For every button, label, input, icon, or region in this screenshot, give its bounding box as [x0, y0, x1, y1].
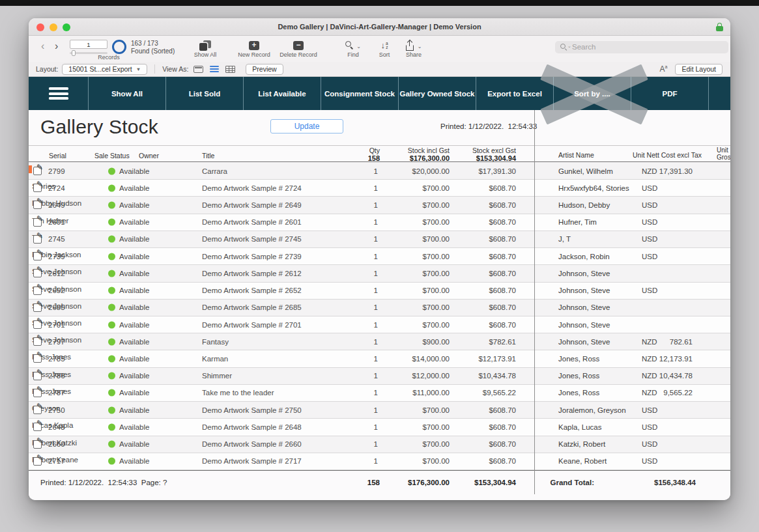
- cell-sale-status[interactable]: Available: [119, 287, 149, 294]
- cell-serial[interactable]: 2717: [48, 457, 65, 465]
- cell-serial[interactable]: 2787: [48, 389, 65, 397]
- cell-serial[interactable]: 2601: [48, 218, 65, 226]
- edit-record-icon[interactable]: [33, 167, 42, 175]
- cell-stock-excl[interactable]: $10,434.78: [446, 372, 516, 380]
- table-view-icon[interactable]: [225, 66, 235, 73]
- cell-serial[interactable]: 2685: [48, 303, 65, 311]
- cell-stock-excl[interactable]: $608.70: [446, 218, 516, 226]
- cell-serial[interactable]: 2739: [48, 253, 65, 260]
- cell-serial[interactable]: 2701: [48, 321, 65, 329]
- table-row[interactable]: 2745 Available T J Demo Artwork Sample #…: [29, 231, 730, 248]
- table-row[interactable]: 2739 Available Robin Jackson Demo Artwor…: [29, 248, 730, 265]
- table-row[interactable]: 2717 Available Robert Keane Demo Artwork…: [29, 453, 730, 470]
- cell-sale-status[interactable]: Available: [119, 406, 149, 414]
- cell-sale-status[interactable]: Available: [119, 440, 149, 448]
- table-row[interactable]: 2612 Available Steve Johnson Demo Artwor…: [29, 265, 730, 282]
- cell-serial[interactable]: 2724: [48, 184, 65, 192]
- cell-unit-nett[interactable]: 9,565.22: [653, 389, 693, 397]
- cell-stock-excl[interactable]: $608.70: [446, 423, 516, 431]
- table-row[interactable]: 2787 Available Ross Jones Take me to the…: [29, 385, 730, 402]
- cell-artist[interactable]: Jackson, Robin: [558, 253, 610, 260]
- cell-stock-excl[interactable]: $608.70: [446, 457, 516, 465]
- record-slider-thumb[interactable]: [72, 50, 76, 56]
- column-header-stock-incl[interactable]: Stock incl Gst$176,300.00: [374, 147, 450, 162]
- share-button[interactable]: ⌄ Share: [394, 39, 433, 58]
- cell-currency[interactable]: USD: [642, 423, 657, 431]
- table-row[interactable]: 2786 Available Ross Jones Shimmer 1 $12,…: [29, 368, 730, 385]
- cell-sale-status[interactable]: Available: [119, 218, 149, 226]
- column-header-stock-excl[interactable]: Stock excl Gst$153,304.94: [446, 147, 516, 162]
- table-row[interactable]: 2750 Available Greyson Demo Artwork Samp…: [29, 402, 730, 419]
- cell-stock-excl[interactable]: $17,391.30: [446, 167, 516, 175]
- edit-record-icon[interactable]: [33, 235, 42, 244]
- edit-record-icon[interactable]: [33, 320, 42, 329]
- cell-title[interactable]: Demo Artwork Sample # 2660: [202, 440, 302, 448]
- cell-title[interactable]: Demo Artwork Sample # 2612: [202, 270, 302, 277]
- table-row[interactable]: 2797 Available Steve Johnson Fantasy 1 $…: [29, 333, 730, 350]
- cell-title[interactable]: Demo Artwork Sample # 2701: [202, 321, 302, 329]
- edit-record-icon[interactable]: [33, 337, 42, 346]
- close-window-button[interactable]: [36, 23, 44, 31]
- search-input[interactable]: [555, 41, 728, 53]
- cell-title[interactable]: Demo Artwork Sample # 2601: [202, 218, 302, 226]
- nav-button-show-all[interactable]: Show All: [88, 77, 165, 110]
- cell-stock-excl[interactable]: $608.70: [446, 287, 516, 294]
- cell-serial[interactable]: 2786: [48, 372, 65, 380]
- cell-sale-status[interactable]: Available: [119, 253, 149, 260]
- cell-stock-incl[interactable]: $12,000.00: [374, 372, 450, 380]
- cell-serial[interactable]: 2660: [48, 440, 65, 448]
- edit-record-icon[interactable]: [33, 354, 42, 363]
- cell-title[interactable]: Shimmer: [202, 372, 232, 380]
- cell-artist[interactable]: Jones, Ross: [558, 372, 599, 380]
- edit-record-icon[interactable]: [33, 218, 42, 227]
- found-progress-ring-icon[interactable]: [112, 40, 126, 54]
- cell-currency[interactable]: USD: [642, 218, 657, 226]
- cell-stock-incl[interactable]: $700.00: [374, 457, 450, 465]
- cell-currency[interactable]: USD: [642, 253, 657, 260]
- cell-title[interactable]: Demo Artwork Sample # 2648: [202, 423, 302, 431]
- formatting-bar-icon[interactable]: Aa: [660, 64, 668, 74]
- cell-sale-status[interactable]: Available: [119, 201, 149, 209]
- edit-record-icon[interactable]: [33, 201, 42, 209]
- cell-stock-incl[interactable]: $700.00: [374, 184, 450, 192]
- cell-sale-status[interactable]: Available: [119, 167, 149, 175]
- column-header-title[interactable]: Title: [202, 152, 214, 160]
- cell-artist[interactable]: Gunkel, Wilhelm: [558, 167, 613, 175]
- cell-stock-incl[interactable]: $11,000.00: [374, 389, 450, 397]
- table-row[interactable]: 2685 Available Steve Johnson Demo Artwor…: [29, 300, 730, 316]
- delete-record-button[interactable]: − Delete Record: [272, 39, 324, 58]
- cell-artist[interactable]: Johnson, Steve: [558, 321, 610, 329]
- table-row[interactable]: 2649 Available Debby Hudson Demo Artwork…: [29, 197, 730, 214]
- cell-stock-incl[interactable]: $700.00: [374, 235, 450, 243]
- find-button[interactable]: ⌄ Find: [334, 39, 373, 58]
- cell-title[interactable]: Demo Artwork Sample # 2649: [202, 201, 302, 209]
- table-row[interactable]: 2660 Available Robert Katzki Demo Artwor…: [29, 436, 730, 453]
- cell-stock-incl[interactable]: $700.00: [374, 253, 450, 260]
- cell-stock-excl[interactable]: $9,565.22: [446, 389, 516, 397]
- cell-stock-excl[interactable]: $608.70: [446, 235, 516, 243]
- cell-serial[interactable]: 2799: [48, 167, 65, 175]
- cell-title[interactable]: Demo Artwork Sample # 2652: [202, 287, 302, 294]
- cell-stock-incl[interactable]: $700.00: [374, 406, 450, 414]
- edit-record-icon[interactable]: [33, 423, 42, 431]
- edit-layout-button[interactable]: Edit Layout: [675, 64, 723, 75]
- table-row[interactable]: 2652 Available Steve Johnson Demo Artwor…: [29, 283, 730, 300]
- cell-stock-incl[interactable]: $700.00: [374, 423, 450, 431]
- cell-serial[interactable]: 2612: [48, 270, 65, 277]
- cell-artist[interactable]: Jones, Ross: [558, 389, 599, 397]
- edit-record-icon[interactable]: [33, 457, 42, 466]
- cell-currency[interactable]: USD: [642, 287, 657, 294]
- cell-stock-excl[interactable]: $608.70: [446, 201, 516, 209]
- cell-serial[interactable]: 2750: [48, 406, 65, 414]
- cell-currency[interactable]: USD: [642, 457, 657, 465]
- cell-stock-incl[interactable]: $14,000.00: [374, 355, 450, 363]
- cell-artist[interactable]: Jones, Ross: [558, 355, 599, 363]
- next-record-button[interactable]: ›: [55, 40, 58, 52]
- edit-record-icon[interactable]: [33, 287, 42, 295]
- column-header-artist[interactable]: Artist Name: [558, 151, 594, 159]
- list-view-icon[interactable]: [210, 66, 219, 72]
- cell-sale-status[interactable]: Available: [119, 321, 149, 329]
- cell-serial[interactable]: 2797: [48, 338, 65, 346]
- cell-currency[interactable]: USD: [642, 235, 657, 243]
- cell-stock-incl[interactable]: $700.00: [374, 218, 450, 226]
